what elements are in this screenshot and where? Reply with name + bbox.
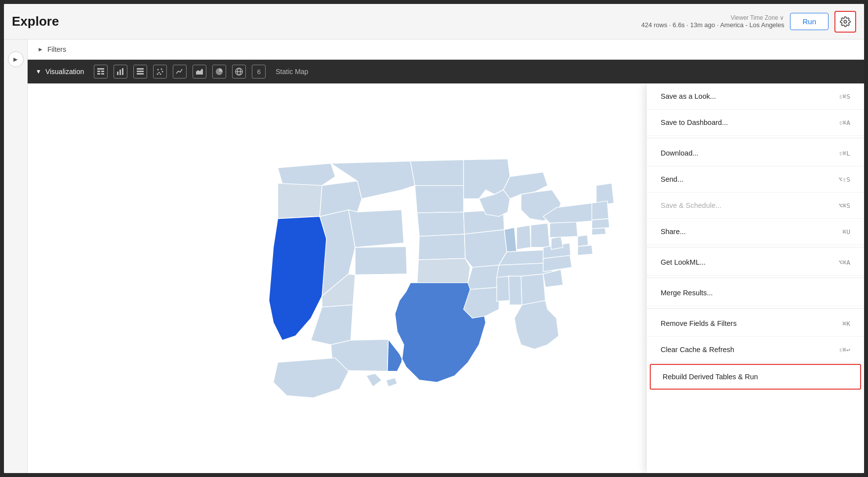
page-title: Explore (12, 14, 59, 29)
svg-rect-4 (97, 73, 100, 75)
pie-viz-icon[interactable] (212, 65, 226, 79)
header-meta: Viewer Time Zone ∨ 424 rows · 6.6s · 13m… (641, 14, 785, 29)
save-schedule-label: Save & Schedule... (661, 201, 721, 209)
dropdown-menu: Save as a Look... ⇧⌘S Save to Dashboard.… (647, 83, 864, 473)
pie-chart-icon (215, 68, 223, 76)
stacked-viz-icon[interactable] (133, 65, 147, 79)
svg-point-0 (844, 20, 847, 23)
scatter-icon (156, 68, 164, 76)
filters-arrow-icon: ► (38, 46, 43, 53)
bar-chart-icon (117, 68, 124, 76)
separator-4 (647, 308, 864, 309)
dropdown-item-merge-results[interactable]: Merge Results... (647, 280, 864, 306)
table-icon (97, 68, 105, 76)
clear-cache-shortcut: ⇧⌘↩ (839, 346, 850, 354)
globe-viz-icon[interactable] (232, 65, 246, 79)
run-button[interactable]: Run (790, 13, 829, 30)
svg-point-17 (160, 74, 161, 75)
svg-rect-7 (119, 70, 121, 75)
sidebar-toggle: ► (4, 40, 28, 473)
sidebar-toggle-button[interactable]: ► (8, 51, 24, 67)
download-shortcut: ⇧⌘L (839, 150, 850, 157)
rebuild-derived-label: Rebuild Derived Tables & Run (663, 373, 758, 381)
svg-point-14 (158, 72, 160, 74)
filters-label: Filters (47, 45, 66, 53)
globe-icon (235, 68, 243, 76)
area-viz-icon[interactable] (193, 65, 206, 79)
dropdown-item-save-schedule: Save & Schedule... ⌥⌘S (647, 193, 864, 219)
svg-rect-3 (101, 71, 104, 72)
header-stats: 424 rows · 6.6s · 13m ago · America - Lo… (641, 21, 785, 29)
remove-fields-shortcut: ⌘K (842, 320, 850, 327)
svg-rect-10 (137, 71, 144, 72)
send-shortcut: ⌥⇧S (839, 176, 850, 183)
header: Explore Viewer Time Zone ∨ 424 rows · 6.… (4, 4, 864, 40)
chevron-right-icon: ► (12, 55, 19, 63)
get-lookml-shortcut: ⌥⌘A (839, 259, 850, 266)
save-as-look-label: Save as a Look... (661, 92, 716, 100)
svg-point-12 (158, 69, 159, 71)
share-label: Share... (661, 228, 686, 236)
share-shortcut: ⌘U (842, 228, 850, 236)
more-viz-icon[interactable]: 6 (252, 65, 266, 79)
svg-point-15 (162, 71, 163, 73)
explore-panel: ► Filters ▼ Visualization (28, 40, 864, 473)
area-chart-icon (196, 68, 203, 76)
svg-rect-8 (122, 68, 123, 75)
visualization-bar: ▼ Visualization (28, 60, 864, 83)
app-container: Explore Viewer Time Zone ∨ 424 rows · 6.… (4, 4, 864, 473)
save-to-dashboard-shortcut: ⇧⌘A (839, 119, 850, 126)
gear-icon (840, 16, 851, 27)
outer-border: Explore Viewer Time Zone ∨ 424 rows · 6.… (0, 0, 868, 477)
dropdown-item-clear-cache[interactable]: Clear Cache & Refresh ⇧⌘↩ (647, 337, 864, 363)
bar-viz-icon[interactable] (114, 65, 127, 79)
svg-rect-2 (97, 71, 100, 72)
viz-label: Visualization (45, 68, 84, 76)
table-viz-icon[interactable] (94, 65, 108, 79)
download-label: Download... (661, 149, 699, 157)
svg-rect-11 (137, 73, 144, 75)
dropdown-item-save-to-dashboard[interactable]: Save to Dashboard... ⇧⌘A (647, 110, 864, 136)
dropdown-item-remove-fields[interactable]: Remove Fields & Filters ⌘K (647, 311, 864, 337)
visualization-title: ▼ Visualization (36, 68, 84, 76)
svg-point-16 (157, 74, 158, 75)
viz-arrow-icon: ▼ (36, 68, 41, 75)
line-chart-icon (176, 68, 184, 76)
separator-3 (647, 278, 864, 278)
clear-cache-label: Clear Cache & Refresh (661, 346, 734, 354)
save-as-look-shortcut: ⇧⌘S (839, 93, 850, 100)
dropdown-item-send[interactable]: Send... ⌥⇧S (647, 166, 864, 193)
svg-marker-18 (196, 69, 203, 75)
filters-bar: ► Filters (28, 40, 864, 60)
dropdown-item-download[interactable]: Download... ⇧⌘L (647, 140, 864, 166)
static-map-label: Static Map (276, 68, 308, 76)
line-viz-icon[interactable] (173, 65, 187, 79)
merge-results-label: Merge Results... (661, 289, 713, 297)
header-right: Viewer Time Zone ∨ 424 rows · 6.6s · 13m… (641, 11, 856, 33)
svg-point-13 (161, 69, 162, 70)
remove-fields-label: Remove Fields & Filters (661, 319, 737, 327)
dropdown-item-get-lookml[interactable]: Get LookML... ⌥⌘A (647, 249, 864, 276)
dropdown-item-share[interactable]: Share... ⌘U (647, 219, 864, 245)
map-container: Save as a Look... ⇧⌘S Save to Dashboard.… (28, 83, 864, 473)
send-label: Send... (661, 175, 683, 183)
save-to-dashboard-label: Save to Dashboard... (661, 119, 728, 126)
timezone-label: Viewer Time Zone ∨ (731, 14, 785, 21)
svg-rect-6 (117, 72, 118, 75)
separator-1 (647, 138, 864, 138)
us-map (234, 141, 658, 415)
svg-rect-5 (101, 73, 104, 75)
get-lookml-label: Get LookML... (661, 258, 706, 266)
gear-button[interactable] (834, 11, 856, 33)
svg-rect-1 (97, 68, 104, 70)
stacked-icon (136, 68, 144, 76)
main-content: ► ► Filters ▼ Visualization (4, 40, 864, 473)
separator-2 (647, 247, 864, 247)
scatter-viz-icon[interactable] (153, 65, 167, 79)
svg-rect-9 (137, 68, 144, 70)
dropdown-item-rebuild-derived[interactable]: Rebuild Derived Tables & Run (650, 364, 861, 390)
save-schedule-shortcut: ⌥⌘S (839, 202, 850, 209)
dropdown-item-save-as-look[interactable]: Save as a Look... ⇧⌘S (647, 83, 864, 110)
